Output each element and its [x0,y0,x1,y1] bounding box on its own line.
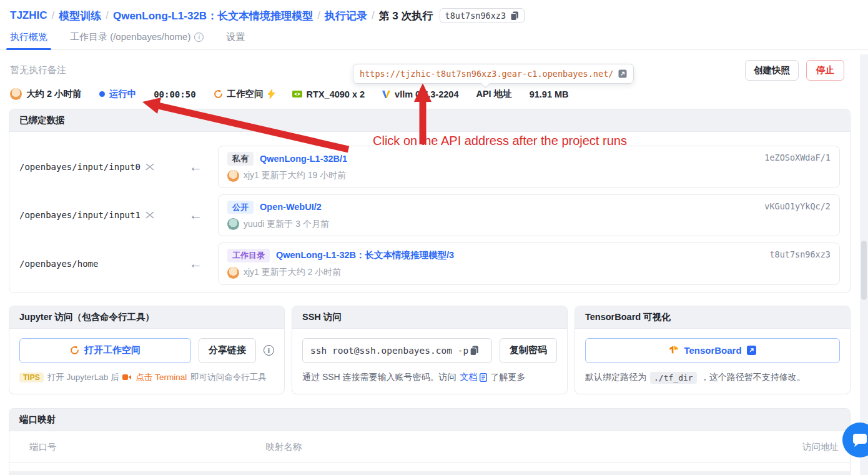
breadcrumb-records[interactable]: 执行记录 [325,9,367,23]
unbind-icon[interactable] [145,211,154,219]
create-snapshot-button[interactable]: 创建快照 [745,60,799,81]
jupyter-panel-title: Jupyter 访问（包含命令行工具） [9,306,284,329]
status-elapsed-time: 00:00:50 [154,89,195,99]
bound-path-home: /openbayes/home [19,259,189,269]
port-mapping-title: 端口映射 [9,409,850,431]
dataset-link[interactable]: QwenLong-L1-32B/1 [260,154,347,164]
status-bar: 大约 2 小时前 运行中 00:00:50 工作空间 RTX_4090 x 2 … [0,88,868,100]
left-arrow-icon: ← [189,159,218,174]
bound-path-input0: /openbayes/input/input0 [19,162,189,172]
tf-dir-path: ./tf_dir [650,372,697,384]
unbind-icon[interactable] [145,163,154,171]
column-mapping-name: 映射名称 [265,441,802,453]
refresh-icon [214,89,223,99]
status-state-running[interactable]: 运行中 [99,88,137,100]
bound-data-row: /openbayes/input/input0 ← 私有 QwenLong-L1… [19,146,840,188]
column-access-address: 访问地址 [802,441,840,453]
ssh-panel-title: SSH 访问 [292,306,567,329]
dataset-meta: xjy1 更新于大约 2 小时前 [244,267,341,278]
status-api-address[interactable]: API 地址 [476,88,511,100]
breadcrumb-separator: / [52,9,55,22]
avatar [10,88,22,100]
port-table-header: 端口号 映射名称 访问地址 [9,431,850,462]
tensorboard-button[interactable]: TensorBoard [585,338,840,363]
tab-working-directory[interactable]: 工作目录 (/openbayes/home) i [70,31,204,49]
ssh-command-field[interactable]: ssh root@ssh.openbayes.com -p [302,338,492,363]
document-icon [480,373,487,382]
dataset-card: 工作目录 QwenLong-L1-32B：长文本情境推理模型/3 t8ut7sn… [218,242,840,285]
visibility-badge: 私有 [227,152,254,166]
external-link-icon[interactable] [618,69,627,78]
execution-id-text: t8ut7sn96xz3 [445,11,506,21]
dataset-id: 1eZOSoXWdaF/1 [764,152,831,162]
api-url-tooltip: https://tjzhic-t8ut7sn96xz3.gear-c1.open… [353,64,634,84]
dataset-link[interactable]: Open-WebUI/2 [260,202,322,212]
nvidia-icon [292,91,302,98]
breadcrumb-separator: / [317,9,320,22]
column-port-number: 端口号 [19,441,265,453]
bound-path-input1: /openbayes/input/input1 [19,210,189,220]
open-workspace-button[interactable]: 打开工作空间 [19,338,191,363]
dataset-meta: yuudi 更新于 3 个月前 [244,219,329,230]
breadcrumb-separator: / [372,9,375,22]
status-runtime: vllm 0.7.3-2204 [382,89,458,99]
status-workspace-mode: 工作空间 [214,88,275,100]
breadcrumb-project[interactable]: QwenLong-L1-32B：长文本情境推理模型 [113,9,313,23]
status-gpu: RTX_4090 x 2 [292,89,365,99]
dataset-link[interactable]: QwenLong-L1-32B：长文本情境推理模型/3 [276,249,454,261]
jupyter-panel: Jupyter 访问（包含命令行工具） 打开工作空间 分享链接 i TIPS 打… [9,306,285,394]
dataset-card: 私有 QwenLong-L1-32B/1 1eZOSoXWdaF/1 xjy1 … [218,146,840,188]
dataset-id: vKGuO1yYkQc/2 [764,201,831,211]
visibility-badge: 工作目录 [227,249,270,262]
annotation-text: Click on the API address after the proje… [373,134,627,148]
execution-id-tag[interactable]: t8ut7sn96xz3 [440,8,525,23]
vllm-icon [382,91,390,98]
avatar [227,170,239,182]
copy-icon[interactable] [510,11,519,21]
copy-icon[interactable] [470,346,479,356]
breadcrumb: TJZHIC / 模型训练 / QwenLong-L1-32B：长文本情境推理模… [0,0,868,23]
bound-data-title: 已绑定数据 [9,109,850,132]
status-updated-time: 大约 2 小时前 [10,88,82,100]
ssh-panel: SSH 访问 ssh root@ssh.openbayes.com -p 复制密… [292,306,568,394]
jupyter-tips: TIPS 打开 JupyterLab 后 点击 Terminal 即可访问命令行… [19,372,274,383]
tab-bar: 执行概览 工作目录 (/openbayes/home) i 设置 [0,31,868,50]
api-url-text[interactable]: https://tjzhic-t8ut7sn96xz3.gear-c1.open… [360,69,613,79]
breadcrumb-section[interactable]: 模型训练 [59,9,101,23]
info-icon[interactable]: i [264,345,274,356]
execution-note: 暂无执行备注 [10,64,66,76]
bound-data-row: /openbayes/input/input1 ← 公开 Open-WebUI/… [19,194,840,237]
scrollbar-thumb[interactable] [861,241,867,300]
tensorflow-icon [669,345,679,356]
dataset-id: t8ut7sn96xz3 [769,249,831,259]
breadcrumb-current-run: 第 3 次执行 [379,9,433,23]
copy-password-button[interactable]: 复制密码 [500,338,557,363]
tensorboard-panel-title: TensorBoard 可视化 [575,306,850,329]
bound-data-row: /openbayes/home ← 工作目录 QwenLong-L1-32B：长… [19,242,840,285]
chat-bubble-icon [852,432,868,448]
dataset-card: 公开 Open-WebUI/2 vKGuO1yYkQc/2 yuudi 更新于 … [218,194,840,237]
port-mapping-section: 端口映射 端口号 映射名称 访问地址 [9,408,851,475]
tab-settings[interactable]: 设置 [226,31,245,49]
info-icon: i [194,32,204,42]
stop-button[interactable]: 停止 [806,60,844,81]
external-link-icon [747,346,756,355]
tensorboard-panel: TensorBoard 可视化 TensorBoard 默认绑定路径为 ./tf… [575,306,851,394]
refresh-icon [70,346,79,355]
terminal-tip-link[interactable]: 点击 Terminal [136,372,187,383]
visibility-badge: 公开 [227,201,254,214]
status-storage-size: 91.91 MB [530,89,569,99]
breadcrumb-org[interactable]: TJZHIC [10,9,47,22]
share-link-button[interactable]: 分享链接 [199,338,256,363]
running-dot-icon [99,91,105,97]
tab-overview[interactable]: 执行概览 [10,31,47,49]
left-arrow-icon: ← [189,256,218,271]
docs-link[interactable]: 文档 [460,372,487,383]
lightning-icon [268,89,275,99]
breadcrumb-separator: / [106,9,109,22]
ssh-help: 通过 SSH 连接需要输入账号密码。访问 文档 了解更多 [302,372,557,383]
avatar [227,218,239,230]
video-camera-icon [122,374,132,381]
access-panels: Jupyter 访问（包含命令行工具） 打开工作空间 分享链接 i TIPS 打… [9,306,851,394]
avatar [227,267,239,279]
